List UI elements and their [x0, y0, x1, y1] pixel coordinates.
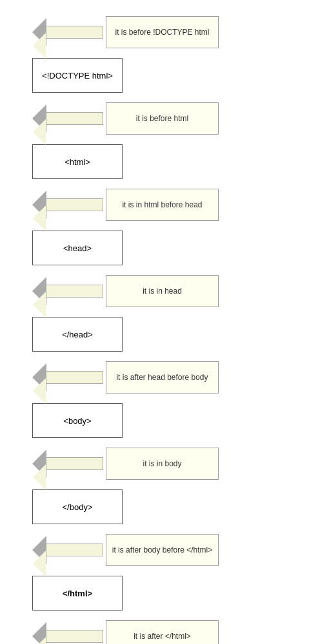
arrow-left-icon [32, 536, 103, 564]
arrow-row: it is before html [6, 99, 321, 138]
tag-box: </body> [32, 489, 123, 524]
arrow-left-icon [32, 191, 103, 219]
tag-row: </body> [6, 484, 321, 529]
arrow-left-icon [32, 277, 103, 305]
arrow-row: it is before !DOCTYPE html [6, 13, 321, 52]
tag-box: </html> [32, 576, 123, 611]
tag-row: </html> [6, 571, 321, 616]
tag-row: <head> [6, 225, 321, 270]
tag-box: <body> [32, 403, 123, 438]
arrow-left-icon [32, 450, 103, 478]
arrow-row: it is after </html> [6, 617, 321, 644]
arrow-label: it is before !DOCTYPE html [106, 16, 219, 48]
tag-row: </head> [6, 312, 321, 357]
tag-box: <html> [32, 144, 123, 179]
arrow-label: it is before html [106, 102, 219, 135]
arrow-left-icon [32, 104, 103, 133]
arrow-left-icon [32, 363, 103, 392]
arrow-label: it is in head [106, 275, 219, 307]
tag-row: <body> [6, 398, 321, 443]
arrow-row: it is after head before body [6, 358, 321, 397]
tag-row: <!DOCTYPE html> [6, 53, 321, 98]
arrow-label: it is in html before head [106, 189, 219, 221]
tag-row: <html> [6, 139, 321, 184]
diagram: it is before !DOCTYPE html<!DOCTYPE html… [0, 0, 327, 644]
tag-box: <head> [32, 231, 123, 265]
arrow-row: it is in body [6, 444, 321, 483]
arrow-left-icon [32, 18, 103, 46]
arrow-row: it is in html before head [6, 185, 321, 224]
arrow-left-icon [32, 622, 103, 644]
arrow-label: it is after body before </html> [106, 534, 219, 566]
arrow-label: it is in body [106, 448, 219, 480]
arrow-row: it is in head [6, 272, 321, 310]
tag-box: <!DOCTYPE html> [32, 58, 123, 93]
tag-box: </head> [32, 317, 123, 352]
arrow-label: it is after head before body [106, 361, 219, 393]
arrow-label: it is after </html> [106, 620, 219, 644]
arrow-row: it is after body before </html> [6, 531, 321, 569]
